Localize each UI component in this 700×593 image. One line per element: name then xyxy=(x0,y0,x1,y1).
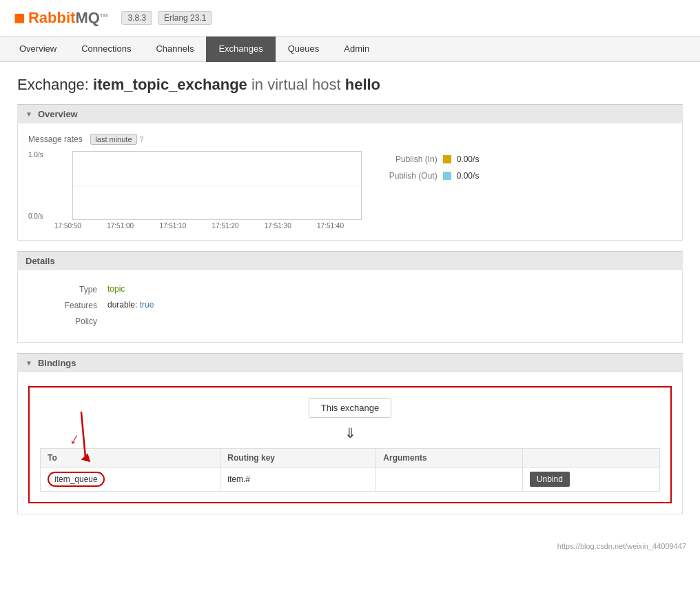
legend-label-publish-out: Publish (Out) xyxy=(382,171,438,181)
chart-container: 1.0/s 0.0/s 17: xyxy=(28,151,672,230)
bindings-header-row: To Routing key Arguments xyxy=(41,449,660,468)
title-prefix: Exchange: xyxy=(17,76,89,93)
footer: https://blog.csdn.net/weixin_44009447 xyxy=(0,539,700,554)
chart-x-3: 17:51:10 xyxy=(159,222,186,230)
logo-tm: TM xyxy=(100,12,108,19)
detail-row-features: Features durable: true xyxy=(28,300,672,310)
table-row: item_queue item.# Unbind xyxy=(41,468,660,492)
bindings-section-header[interactable]: ▼ Bindings xyxy=(17,353,683,372)
detail-row-type: Type topic xyxy=(28,284,672,294)
detail-value-features: durable: true xyxy=(107,300,154,310)
nav-admin[interactable]: Admin xyxy=(331,37,382,62)
detail-label-type: Type xyxy=(28,284,97,294)
chart-x-6: 17:51:40 xyxy=(317,222,344,230)
detail-label-features: Features xyxy=(28,300,97,310)
chart-svg xyxy=(73,152,362,220)
version-badge: 3.8.3 xyxy=(121,11,152,25)
chart-area xyxy=(72,151,362,220)
nav-connections[interactable]: Connections xyxy=(69,37,143,62)
chart-x-4: 17:51:20 xyxy=(212,222,239,230)
main-nav: Overview Connections Channels Exchanges … xyxy=(0,37,700,62)
footer-text: https://blog.csdn.net/weixin_44009447 xyxy=(557,542,686,550)
legend-item-publish-out: Publish (Out) 0.00/s xyxy=(382,171,480,181)
vhost-name: hello xyxy=(345,76,380,93)
logo-rabbit: Rabbit xyxy=(28,9,75,26)
nav-overview[interactable]: Overview xyxy=(7,37,69,62)
bindings-section-body: ↓ This exchange ⇓ To Routing key Argumen… xyxy=(17,372,683,514)
col-header-arguments: Arguments xyxy=(376,449,523,468)
arguments-cell xyxy=(376,468,523,492)
version-info: 3.8.3 Erlang 23.1 xyxy=(121,11,212,25)
legend-value-publish-out: 0.00/s xyxy=(457,171,480,181)
bindings-box: ↓ This exchange ⇓ To Routing key Argumen… xyxy=(28,386,672,503)
arrow-down: ⇓ xyxy=(40,425,660,441)
overview-triangle: ▼ xyxy=(25,110,32,118)
legend-label-publish-in: Publish (In) xyxy=(382,154,438,164)
chart-x-1: 17:50:50 xyxy=(54,222,81,230)
nav-channels[interactable]: Channels xyxy=(143,37,206,62)
detail-label-policy: Policy xyxy=(28,316,97,326)
vhost-text: in virtual host xyxy=(251,76,345,93)
logo-text: RabbitMQTM xyxy=(28,9,107,27)
routing-key-cell: item.# xyxy=(220,468,376,492)
logo: ■ RabbitMQTM xyxy=(14,7,107,29)
legend-color-publish-out xyxy=(443,172,451,180)
erlang-badge: Erlang 23.1 xyxy=(158,11,212,25)
chart-x-labels: 17:50:50 17:51:00 17:51:10 17:51:20 17:5… xyxy=(54,222,344,230)
legend-color-publish-in xyxy=(443,155,451,163)
col-header-routing-key: Routing key xyxy=(220,449,376,468)
queue-cell: item_queue xyxy=(41,468,220,492)
detail-value-type: topic xyxy=(107,284,125,294)
exchange-name: item_topic_exchange xyxy=(93,76,247,93)
bindings-table: To Routing key Arguments item_queue item… xyxy=(40,448,660,492)
rates-badge[interactable]: last minute xyxy=(90,134,136,145)
nav-exchanges[interactable]: Exchanges xyxy=(206,37,275,62)
details-table: Type topic Features durable: true Policy xyxy=(28,284,672,326)
action-cell: Unbind xyxy=(522,468,659,492)
legend-item-publish-in: Publish (In) 0.00/s xyxy=(382,154,480,164)
chart-legend: Publish (In) 0.00/s Publish (Out) 0.00/s xyxy=(382,154,480,181)
chart-y-bottom: 0.0/s xyxy=(28,212,43,220)
logo-icon: ■ xyxy=(14,7,25,29)
overview-section-body: Message rates last minute ? 1.0/s 0.0/s xyxy=(17,123,683,241)
this-exchange-button[interactable]: This exchange xyxy=(309,398,391,418)
nav-queues[interactable]: Queues xyxy=(276,37,332,62)
svg-rect-0 xyxy=(73,152,362,220)
overview-section-header[interactable]: ▼ Overview xyxy=(17,104,683,123)
col-header-action xyxy=(522,449,659,468)
bindings-section-title: Bindings xyxy=(38,358,76,368)
header: ■ RabbitMQTM 3.8.3 Erlang 23.1 xyxy=(0,0,700,37)
details-section-title: Details xyxy=(25,256,55,266)
bindings-triangle: ▼ xyxy=(25,359,32,367)
queue-name: item_queue xyxy=(48,472,105,487)
chart-wrapper: 1.0/s 0.0/s 17: xyxy=(28,151,362,230)
detail-row-policy: Policy xyxy=(28,316,672,326)
details-section-header[interactable]: Details xyxy=(17,251,683,270)
col-header-to: To xyxy=(41,449,220,468)
unbind-button[interactable]: Unbind xyxy=(530,472,570,487)
rates-help[interactable]: ? xyxy=(139,135,143,143)
page-title: Exchange: item_topic_exchange in virtual… xyxy=(17,76,683,94)
legend-value-publish-in: 0.00/s xyxy=(457,154,480,164)
chart-x-5: 17:51:30 xyxy=(265,222,291,230)
overview-section-title: Overview xyxy=(38,109,78,119)
rates-label: Message rates xyxy=(28,134,83,144)
message-rates-row: Message rates last minute ? xyxy=(28,134,672,144)
details-section-body: Type topic Features durable: true Policy xyxy=(17,270,683,343)
chart-y-top: 1.0/s xyxy=(28,151,43,159)
logo-mq: MQ xyxy=(75,9,99,26)
content: Exchange: item_topic_exchange in virtual… xyxy=(0,62,700,539)
chart-x-2: 17:51:00 xyxy=(107,222,134,230)
